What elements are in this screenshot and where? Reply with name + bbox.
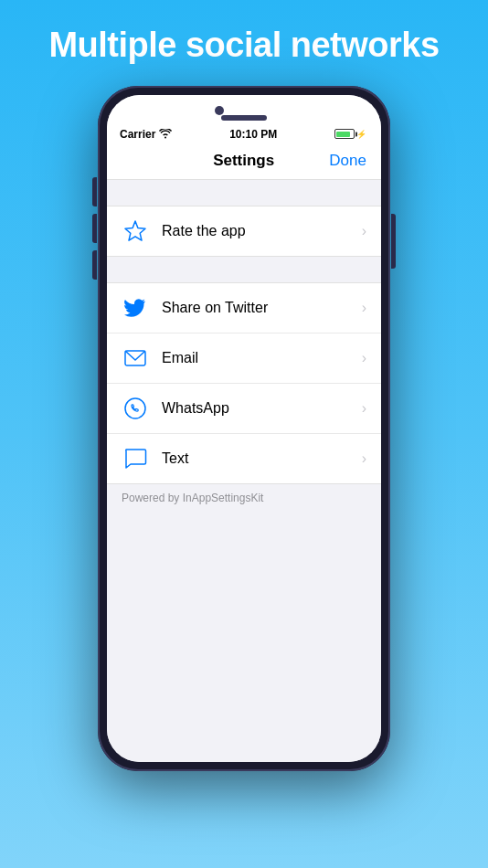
svg-marker-0	[125, 221, 145, 240]
rate-app-chevron: ›	[362, 223, 366, 239]
rate-section: Rate the app ›	[107, 206, 381, 257]
twitter-icon	[122, 294, 149, 322]
status-bar: Carrier 10:10 PM ⚡	[107, 124, 381, 144]
wifi-icon	[159, 129, 172, 139]
footer: Powered by InAppSettingsKit	[107, 484, 381, 512]
phone-frame: Carrier 10:10 PM ⚡ Settings Done	[98, 86, 390, 771]
camera	[215, 106, 224, 115]
text-item[interactable]: Text ›	[107, 434, 381, 483]
speaker	[221, 115, 267, 121]
star-icon	[122, 217, 149, 245]
text-label: Text	[162, 450, 362, 467]
share-section: Share on Twitter › Email ›	[107, 282, 381, 484]
carrier-label: Carrier	[120, 128, 155, 141]
nav-title: Settings	[213, 152, 274, 170]
phone-screen: Carrier 10:10 PM ⚡ Settings Done	[107, 95, 381, 762]
whatsapp-chevron: ›	[362, 400, 366, 417]
status-time: 10:10 PM	[229, 128, 277, 141]
twitter-chevron: ›	[362, 300, 366, 316]
phone-top-bezel	[107, 95, 381, 124]
twitter-label: Share on Twitter	[162, 300, 362, 316]
email-item[interactable]: Email ›	[107, 333, 381, 384]
status-left: Carrier	[120, 128, 172, 141]
nav-done-button[interactable]: Done	[329, 152, 366, 170]
battery-indicator: ⚡	[334, 129, 366, 139]
whatsapp-icon	[122, 395, 149, 422]
rate-app-label: Rate the app	[162, 223, 362, 239]
email-label: Email	[162, 350, 362, 366]
settings-content: Rate the app › Share on Twitter ›	[107, 180, 381, 762]
whatsapp-item[interactable]: WhatsApp ›	[107, 384, 381, 434]
battery-fill	[336, 132, 349, 137]
battery-body	[334, 129, 355, 139]
section-spacer-top	[107, 180, 381, 206]
nav-bar: Settings Done	[107, 144, 381, 180]
rate-app-item[interactable]: Rate the app ›	[107, 206, 381, 256]
email-chevron: ›	[362, 350, 366, 366]
twitter-item[interactable]: Share on Twitter ›	[107, 283, 381, 333]
text-message-icon	[122, 445, 149, 472]
section-spacer-mid	[107, 257, 381, 282]
text-chevron: ›	[362, 450, 366, 467]
whatsapp-label: WhatsApp	[162, 400, 362, 417]
svg-point-2	[125, 398, 145, 418]
email-icon	[122, 344, 149, 372]
header-title: Multiple social networks	[48, 26, 439, 66]
charging-icon: ⚡	[356, 130, 366, 139]
